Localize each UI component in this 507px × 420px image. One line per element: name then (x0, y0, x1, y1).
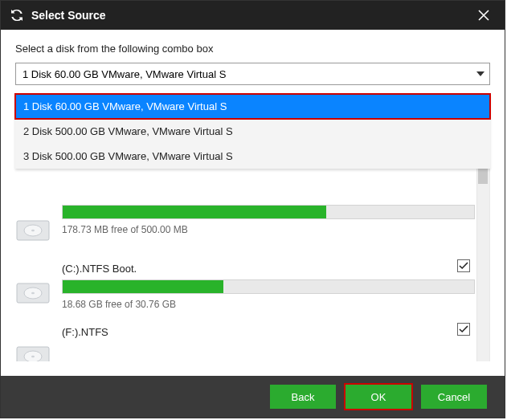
disk-icon (15, 340, 51, 361)
partition-checkbox[interactable] (457, 259, 470, 272)
partition-item[interactable]: 178.73 MB free of 500.00 MB (15, 192, 475, 255)
usage-bar (62, 205, 475, 219)
svg-point-2 (31, 230, 35, 232)
chevron-down-icon (476, 71, 485, 76)
svg-point-8 (31, 356, 35, 358)
partition-name: (C:).NTFS Boot. (62, 263, 475, 275)
disk-option[interactable]: 1 Disk 60.00 GB VMware, VMware Virtual S (15, 94, 490, 119)
disk-icon (15, 214, 51, 247)
usage-fill (63, 206, 326, 218)
partition-checkbox[interactable] (457, 323, 470, 336)
prompt-text: Select a disk from the following combo b… (15, 43, 490, 55)
ok-button[interactable]: OK (345, 385, 411, 409)
free-text: 18.68 GB free of 30.76 GB (62, 299, 475, 310)
partition-item[interactable]: (F:).NTFS (15, 318, 475, 361)
disk-icon (15, 277, 51, 309)
disk-combobox[interactable]: 1 Disk 60.00 GB VMware, VMware Virtual S (15, 63, 490, 85)
disk-dropdown: 1 Disk 60.00 GB VMware, VMware Virtual S… (15, 94, 490, 169)
usage-fill (63, 280, 223, 293)
footer: Back OK Cancel (1, 376, 505, 418)
partition-name: (F:).NTFS (62, 326, 475, 338)
cancel-button[interactable]: Cancel (421, 385, 487, 409)
free-text: 178.73 MB free of 500.00 MB (62, 224, 475, 235)
disk-option[interactable]: 2 Disk 500.00 GB VMware, VMware Virtual … (15, 119, 490, 144)
titlebar: Select Source (1, 1, 505, 30)
usage-bar (62, 279, 475, 294)
disk-option[interactable]: 3 Disk 500.00 GB VMware, VMware Virtual … (15, 144, 490, 169)
back-button[interactable]: Back (270, 385, 336, 409)
sync-icon (9, 7, 25, 23)
combo-selected-label: 1 Disk 60.00 GB VMware, VMware Virtual S (22, 68, 226, 80)
window-title: Select Source (31, 9, 471, 22)
partition-item[interactable]: (C:).NTFS Boot. 18.68 GB free of 30.76 G… (15, 255, 475, 318)
svg-point-5 (31, 292, 35, 295)
close-button[interactable] (471, 2, 497, 28)
